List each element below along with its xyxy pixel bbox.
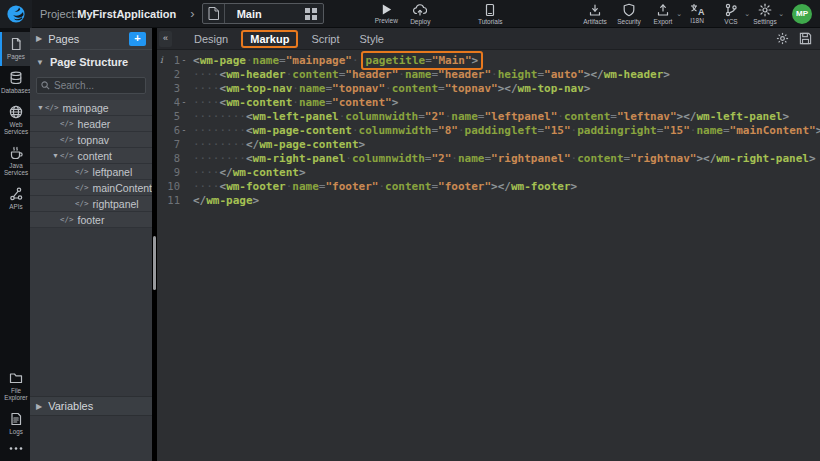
code-token-eq: = — [438, 82, 445, 95]
pages-panel-header[interactable]: ▶ Pages + — [30, 28, 152, 50]
line-number: 7 — [166, 138, 180, 150]
rail-item-pages[interactable]: Pages — [0, 32, 30, 66]
preview-button[interactable]: Preview — [371, 3, 401, 24]
code-token-str: "footer" — [325, 180, 378, 193]
code-token-attr: columnwidth — [352, 152, 425, 165]
code-line-10[interactable]: 10····<wm-footer·name="footer"·content="… — [157, 179, 820, 193]
rail-item-more[interactable] — [0, 441, 30, 457]
more-icon — [9, 446, 23, 451]
code-line-4[interactable]: 4-····<wm-content·name="content"> — [157, 95, 820, 109]
scrollbar-thumb[interactable] — [153, 236, 156, 290]
code-tag-icon: </> — [75, 199, 89, 208]
rail-item-apis[interactable]: APIs — [0, 182, 30, 216]
code-token-str: "2" — [431, 152, 451, 165]
collapse-panel-button[interactable]: « — [159, 31, 172, 47]
code-token-str: "15" — [544, 124, 571, 137]
line-number: 11 — [166, 194, 180, 206]
tab-style[interactable]: Style — [350, 31, 394, 47]
wavemaker-logo-icon — [6, 4, 26, 24]
code-token-attr: content — [385, 180, 431, 193]
open-page-tab-main[interactable]: Main — [202, 3, 324, 24]
fold-marker-icon[interactable]: - — [180, 125, 188, 135]
page-structure-header[interactable]: ▼ Page Structure — [30, 50, 152, 74]
code-token-tag: wm-right-panel — [253, 152, 346, 165]
code-line-6[interactable]: 6-········<wm-page-content·columnwidth="… — [157, 123, 820, 137]
tutorials-icon — [483, 3, 497, 17]
code-token-attr: name — [451, 110, 478, 123]
code-token-attr: paddingleft — [465, 124, 538, 137]
save-icon[interactable] — [799, 32, 812, 45]
tab-markup[interactable]: Markup — [241, 30, 298, 48]
rail-item-logs[interactable]: Logs — [0, 407, 30, 441]
code-line-2[interactable]: 2····<wm-header·content="header"·name="h… — [157, 67, 820, 81]
code-line-5[interactable]: 5········<wm-left-panel·columnwidth="2"·… — [157, 109, 820, 123]
security-button[interactable]: Security — [614, 3, 644, 25]
search-input[interactable] — [54, 80, 138, 91]
caret-down-icon[interactable]: ▼ — [36, 104, 45, 111]
code-token-ws: · — [292, 82, 299, 95]
code-token-p: < — [246, 124, 253, 137]
code-token-ws: ········ — [193, 124, 246, 137]
editor-code-surface: i1-<wm-page·name="mainpage"·pagetitle="M… — [157, 50, 820, 461]
code-line-8[interactable]: 8········<wm-right-panel·columnwidth="2"… — [157, 151, 820, 165]
app-logo[interactable] — [0, 0, 32, 28]
code-token-attr: columnwidth — [359, 124, 432, 137]
tree-item-rightpanel[interactable]: </>rightpanel — [30, 196, 152, 212]
code-tag-icon: </> — [60, 215, 74, 224]
page-structure-title: Page Structure — [50, 56, 128, 68]
tutorials-button[interactable]: Tutorials — [475, 3, 505, 25]
i18n-button[interactable]: AI18N — [682, 3, 712, 24]
fold-marker-icon[interactable]: - — [180, 97, 188, 107]
vcs-button[interactable]: VCS⌄ — [716, 3, 746, 25]
artifacts-button[interactable]: Artifacts — [580, 3, 610, 25]
code-token-str: "leftnav" — [617, 110, 677, 123]
code-token-str: "topnav" — [332, 82, 385, 95]
tab-design[interactable]: Design — [184, 31, 238, 47]
rail-item-java-services[interactable]: Java Services — [0, 141, 30, 182]
code-line-9[interactable]: 9····</wm-content> — [157, 165, 820, 179]
code-line-7[interactable]: 7········</wm-page-content> — [157, 137, 820, 151]
variables-section-header[interactable]: ▶ Variables — [30, 396, 152, 416]
export-button[interactable]: Export⌄ — [648, 3, 678, 25]
tree-item-mainpage[interactable]: ▼</>mainpage — [30, 100, 152, 116]
code-token-attr: content — [392, 82, 438, 95]
tree-item-header[interactable]: </>header — [30, 116, 152, 132]
grid-icon[interactable] — [299, 8, 323, 20]
code-token-str: "footer" — [438, 180, 491, 193]
code-line-1[interactable]: i1-<wm-page·name="mainpage"·pagetitle="M… — [157, 53, 820, 67]
rail-item-label: Java Services — [2, 162, 30, 176]
add-page-button[interactable]: + — [129, 32, 146, 46]
deploy-button[interactable]: Deploy — [405, 3, 435, 25]
gear-icon[interactable] — [776, 32, 789, 45]
code-line-text: ····</wm-content> — [188, 166, 306, 179]
tree-item-label: mainpage — [63, 102, 109, 114]
line-number: 3 — [166, 82, 180, 94]
code-line-text: ····<wm-header·content="header"·name="he… — [188, 68, 670, 81]
svg-text:A: A — [698, 7, 705, 16]
tree-item-leftpanel[interactable]: </>leftpanel — [30, 164, 152, 180]
export-label: Export — [654, 18, 673, 25]
code-token-str: "content" — [332, 96, 392, 109]
code-token-tag: wm-footer — [511, 180, 571, 193]
rail-item-web-services[interactable]: Web Services — [0, 100, 30, 141]
code-line-3[interactable]: 3····<wm-top-nav·name="topnav"·content="… — [157, 81, 820, 95]
rail-item-label: File Explorer — [2, 387, 30, 401]
tree-item-footer[interactable]: </>footer — [30, 212, 152, 228]
tree-item-mainContent[interactable]: </>mainContent — [30, 180, 152, 196]
tab-script[interactable]: Script — [301, 31, 349, 47]
user-avatar[interactable]: MP — [792, 4, 812, 24]
folder-icon — [9, 371, 23, 385]
code-token-eq: = — [279, 54, 286, 67]
rail-item-file-explorer[interactable]: File Explorer — [0, 366, 30, 407]
code-token-p: > — [571, 180, 578, 193]
line-number: 9 — [166, 166, 180, 178]
tree-item-topnav[interactable]: </>topnav — [30, 132, 152, 148]
code-line-11[interactable]: 11</wm-page> — [157, 193, 820, 207]
rail-item-databases[interactable]: Databases — [0, 66, 30, 100]
tree-item-content[interactable]: ▼</>content — [30, 148, 152, 164]
settings-button[interactable]: Settings⌄ — [750, 3, 780, 25]
markup-code-editor[interactable]: i1-<wm-page·name="mainpage"·pagetitle="M… — [157, 50, 820, 461]
fold-marker-icon[interactable]: - — [180, 55, 188, 65]
code-token-tag: wm-page — [206, 194, 252, 207]
caret-down-icon[interactable]: ▼ — [51, 152, 60, 159]
